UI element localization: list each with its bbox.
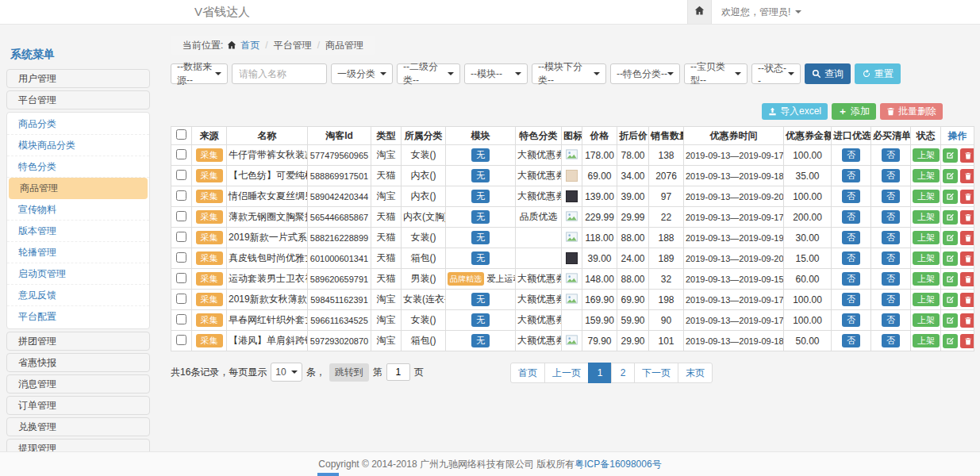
row-checkbox[interactable] — [176, 232, 186, 242]
delete-button[interactable] — [960, 169, 974, 183]
status-badge[interactable]: 上架 — [913, 251, 940, 265]
import-pick-toggle[interactable]: 否 — [842, 272, 860, 286]
status-badge[interactable]: 上架 — [913, 190, 940, 203]
row-checkbox[interactable] — [176, 149, 186, 159]
must-buy-toggle[interactable]: 否 — [882, 334, 900, 347]
filter-data-source-select[interactable]: --数据来源-- — [171, 63, 228, 84]
status-badge[interactable]: 上架 — [913, 169, 940, 182]
jump-button[interactable]: 跳转到 — [329, 363, 369, 382]
module-none-badge[interactable]: 无 — [471, 293, 490, 306]
sidebar-item[interactable]: 省惠快报 — [6, 353, 150, 372]
batch-delete-button[interactable]: 批量删除 — [880, 103, 943, 120]
search-button[interactable]: 查询 — [805, 63, 851, 84]
edit-button[interactable] — [943, 313, 958, 328]
must-buy-toggle[interactable]: 否 — [882, 272, 900, 286]
sidebar-item[interactable]: 启动页管理 — [7, 263, 149, 285]
delete-button[interactable] — [960, 210, 974, 225]
reset-button[interactable]: 重置 — [855, 63, 901, 84]
delete-button[interactable] — [960, 272, 974, 286]
edit-button[interactable] — [943, 190, 958, 204]
import-excel-button[interactable]: 导入excel — [762, 103, 828, 120]
breadcrumb-home-link[interactable]: 首页 — [240, 39, 259, 52]
sidebar-item[interactable]: 拼团管理 — [6, 332, 150, 351]
per-page-select[interactable]: 10 — [271, 363, 302, 382]
must-buy-toggle[interactable]: 否 — [882, 190, 900, 203]
filter-status-select[interactable]: --状态-- — [751, 63, 801, 84]
status-badge[interactable]: 上架 — [913, 231, 940, 244]
pager-button[interactable]: 末页 — [678, 363, 713, 383]
delete-button[interactable] — [960, 334, 974, 348]
delete-button[interactable] — [960, 148, 974, 163]
delete-button[interactable] — [960, 251, 974, 266]
row-checkbox[interactable] — [176, 314, 186, 324]
status-badge[interactable]: 上架 — [913, 272, 940, 286]
status-badge[interactable]: 上架 — [913, 210, 940, 224]
filter-level1-category-select[interactable]: 一级分类 — [331, 63, 393, 84]
import-pick-toggle[interactable]: 否 — [842, 169, 860, 182]
edit-button[interactable] — [943, 169, 958, 183]
module-none-badge[interactable]: 无 — [471, 313, 490, 327]
filter-module-select[interactable]: --模块-- — [464, 63, 528, 84]
module-none-badge[interactable]: 无 — [471, 231, 490, 244]
edit-button[interactable] — [943, 251, 958, 266]
home-button[interactable] — [687, 0, 712, 24]
select-all-checkbox[interactable] — [176, 129, 186, 140]
name-search-input[interactable] — [232, 63, 327, 84]
row-checkbox[interactable] — [176, 170, 186, 180]
delete-button[interactable] — [960, 231, 974, 245]
module-none-badge[interactable]: 无 — [471, 169, 490, 182]
sidebar-item[interactable]: 平台配置 — [7, 306, 149, 328]
module-none-badge[interactable]: 无 — [471, 251, 490, 265]
status-badge[interactable]: 上架 — [913, 293, 940, 306]
must-buy-toggle[interactable]: 否 — [882, 251, 900, 265]
sidebar-item[interactable]: 兑换管理 — [6, 417, 150, 436]
delete-button[interactable] — [960, 190, 974, 204]
edit-button[interactable] — [943, 148, 958, 163]
must-buy-toggle[interactable]: 否 — [882, 313, 900, 327]
pager-button[interactable]: 上一页 — [544, 363, 589, 383]
status-badge[interactable]: 上架 — [913, 313, 940, 327]
sidebar-item[interactable]: 商品管理 — [9, 178, 148, 199]
status-badge[interactable]: 上架 — [913, 334, 940, 347]
horizontal-scrollbar-thumb[interactable] — [317, 473, 339, 476]
module-none-badge[interactable]: 无 — [471, 148, 490, 162]
status-badge[interactable]: 上架 — [913, 148, 940, 162]
sidebar-item[interactable]: 消息管理 — [6, 374, 150, 393]
delete-button[interactable] — [960, 313, 974, 328]
import-pick-toggle[interactable]: 否 — [842, 210, 860, 224]
import-pick-toggle[interactable]: 否 — [842, 251, 860, 265]
module-none-badge[interactable]: 无 — [471, 190, 490, 203]
must-buy-toggle[interactable]: 否 — [882, 169, 900, 182]
sidebar-item[interactable]: 商品分类 — [7, 113, 149, 135]
import-pick-toggle[interactable]: 否 — [842, 190, 860, 203]
edit-button[interactable] — [943, 334, 958, 348]
sidebar-item[interactable]: 模块商品分类 — [7, 135, 149, 156]
sidebar-item[interactable]: 宣传物料 — [7, 199, 149, 221]
sidebar-item[interactable]: 版本管理 — [7, 221, 149, 242]
row-checkbox[interactable] — [176, 294, 186, 304]
pager-button[interactable]: 2 — [611, 363, 635, 383]
row-checkbox[interactable] — [176, 252, 186, 263]
module-none-badge[interactable]: 无 — [471, 334, 490, 347]
pager-button[interactable]: 1 — [588, 363, 612, 383]
sidebar-item[interactable]: 轮播管理 — [7, 242, 149, 263]
must-buy-toggle[interactable]: 否 — [882, 148, 900, 162]
add-button[interactable]: ＋ 添加 — [832, 103, 876, 120]
must-buy-toggle[interactable]: 否 — [882, 210, 900, 224]
sidebar-item[interactable]: 特色分类 — [7, 156, 149, 178]
module-none-badge[interactable]: 无 — [471, 210, 490, 224]
must-buy-toggle[interactable]: 否 — [882, 231, 900, 244]
row-checkbox[interactable] — [176, 273, 186, 283]
page-number-input[interactable] — [386, 363, 410, 381]
sidebar-item[interactable]: 用户管理 — [6, 69, 150, 88]
edit-button[interactable] — [943, 272, 958, 286]
row-checkbox[interactable] — [176, 190, 186, 201]
sidebar-item[interactable]: 平台管理 — [6, 90, 150, 109]
pager-button[interactable]: 首页 — [510, 363, 545, 383]
edit-button[interactable] — [943, 231, 958, 245]
filter-level2-category-select[interactable]: --二级分类-- — [397, 63, 460, 84]
pager-button[interactable]: 下一页 — [634, 363, 678, 383]
row-checkbox[interactable] — [176, 211, 186, 221]
filter-module-sub-select[interactable]: --模块下分类-- — [532, 63, 606, 84]
edit-button[interactable] — [943, 293, 958, 307]
